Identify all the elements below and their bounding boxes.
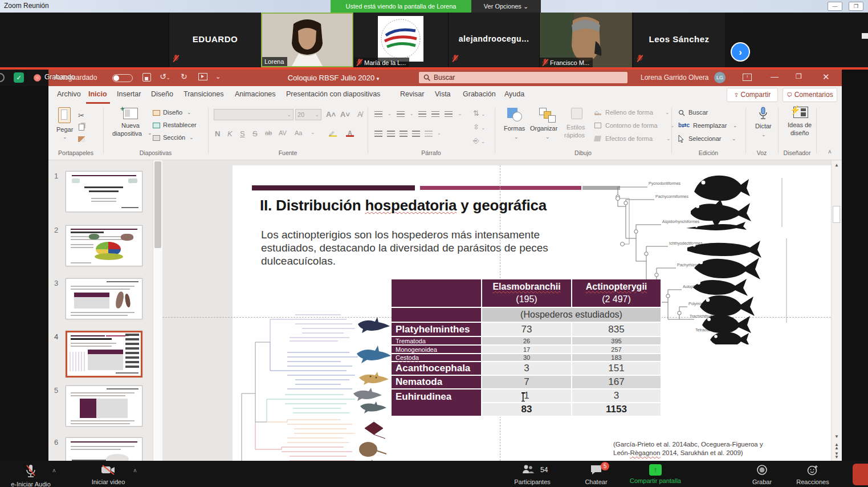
elasmobranch-phylogeny-image[interactable]	[233, 308, 399, 461]
tab-insertar[interactable]: Insertar	[117, 90, 141, 98]
shrink-font-icon[interactable]: A˅	[340, 110, 350, 119]
format-painter-icon[interactable]	[78, 136, 85, 142]
redo-icon[interactable]: ↻	[181, 72, 188, 81]
scroll-up-icon[interactable]: ▲	[833, 163, 841, 168]
share-screen-button[interactable]: ↑ Compartir pantalla	[621, 464, 690, 484]
clear-format-icon[interactable]: A̸	[357, 110, 362, 119]
scrollbar-thumb[interactable]	[833, 206, 840, 223]
thumbnail-scrollbar[interactable]	[153, 160, 162, 461]
strikethrough-icon[interactable]: S	[252, 129, 258, 138]
participant-tile-francisco[interactable]: Francisco M...	[539, 13, 633, 67]
slide-scrollbar[interactable]: ▲ ▼ ▲▲ ▼▼	[831, 160, 842, 461]
tab-transiciones[interactable]: Transiciones	[184, 90, 223, 98]
ppt-restore-button[interactable]: ❐	[796, 72, 802, 80]
slide-thumbnail-4-selected[interactable]	[66, 331, 142, 378]
justify-icon[interactable]	[412, 131, 420, 137]
tab-animaciones[interactable]: Animaciones	[235, 90, 276, 98]
grow-font-icon[interactable]: A˄	[326, 110, 336, 119]
participant-tile-eduardo[interactable]: EDUARDO	[169, 13, 261, 67]
highlight-color-icon[interactable]: 🖉	[329, 131, 337, 137]
scrollbar-thumb[interactable]	[154, 161, 161, 248]
tab-archivo[interactable]: Archivo	[57, 90, 81, 98]
slide-thumbnail-1[interactable]	[66, 171, 142, 212]
tab-revisar[interactable]: Revisar	[400, 90, 424, 98]
bold-icon[interactable]: N	[215, 129, 220, 138]
change-case-icon[interactable]: Aa	[295, 129, 302, 136]
bullets-icon[interactable]	[374, 111, 382, 117]
citation-text[interactable]: (García-Prieto et al. 2014abc, Oceguera-…	[613, 440, 764, 457]
ppt-close-button[interactable]: ✕	[822, 72, 830, 82]
search-box[interactable]: Buscar	[419, 72, 627, 83]
new-slide-button[interactable]: + Nueva diapositiva ⌄	[116, 107, 145, 145]
autosave-toggle[interactable]	[112, 74, 133, 82]
comments-button[interactable]: 🗩 Comentarios	[783, 88, 837, 102]
dictate-button[interactable]: Dictar ⌄	[752, 107, 775, 123]
participant-tile-alejandro[interactable]: alejandroocegu...	[448, 13, 539, 67]
leave-meeting-button[interactable]	[853, 464, 868, 485]
window-maximize-button[interactable]: ❐	[849, 2, 863, 11]
chevron-up-icon[interactable]: ˄	[52, 468, 56, 474]
font-size-combo[interactable]: 20⌄	[295, 109, 321, 120]
underline-icon[interactable]: S	[240, 129, 245, 138]
align-text-icon[interactable]: ⇳ ⌄	[473, 123, 485, 131]
audio-button[interactable]: ˄ e-Iniciar Audio	[0, 464, 62, 487]
security-shield-icon[interactable]: ✓	[14, 72, 24, 83]
qat-customize-icon[interactable]: ⌄	[215, 73, 221, 80]
tab-vista[interactable]: Vista	[435, 90, 451, 98]
tab-diseno[interactable]: Diseño	[151, 90, 173, 98]
save-icon[interactable]	[142, 73, 151, 82]
slide[interactable]: II. Distribución hospedatoria y geográfi…	[233, 165, 831, 461]
share-button[interactable]: ⇪ Compartir	[727, 88, 778, 102]
align-right-icon[interactable]	[400, 131, 407, 137]
reactions-button[interactable]: Reacciones	[788, 464, 838, 485]
slideshow-icon[interactable]	[198, 73, 207, 80]
parasite-table[interactable]: Elasmobranchii(195) Actinopterygii(2 497…	[392, 279, 662, 417]
slide-title[interactable]: II. Distribución hospedatoria y geográfi…	[260, 197, 547, 214]
paste-button[interactable]: Pegar ⌄	[55, 107, 75, 144]
participants-button[interactable]: 54 Participantes	[504, 464, 561, 485]
align-center-icon[interactable]	[387, 131, 395, 137]
view-options-button[interactable]: Ver Opciones ⌄	[471, 0, 541, 13]
font-name-combo[interactable]: ⌄	[214, 109, 294, 120]
next-slide-icon[interactable]: ▼▼	[833, 452, 841, 459]
ppt-minimize-button[interactable]: —	[771, 72, 779, 81]
window-minimize-button[interactable]: —	[828, 2, 842, 11]
ribbon-display-options-icon[interactable]: ↑	[743, 74, 752, 81]
font-color-icon[interactable]: A	[346, 129, 354, 137]
tab-ayuda[interactable]: Ayuda	[504, 90, 524, 98]
participant-tile-lorena[interactable]: Lorena	[261, 13, 353, 67]
cut-icon[interactable]: ✂	[78, 111, 84, 120]
columns-icon[interactable]	[425, 131, 433, 137]
slide-thumbnail-2[interactable]	[66, 225, 142, 266]
slide-body-text[interactable]: Los actinopterigios son los hospederos m…	[261, 228, 551, 267]
next-participants-arrow-button[interactable]: ›	[731, 42, 750, 62]
text-shadow-icon[interactable]: ab	[265, 129, 272, 136]
video-button[interactable]: ˄ Iniciar video	[80, 464, 137, 485]
scroll-down-icon[interactable]: ▼	[833, 434, 841, 439]
document-title[interactable]: Coloquio RBSF Julio 2020 ▾	[265, 70, 402, 86]
chat-button[interactable]: 5 Chatear	[573, 464, 619, 485]
smartart-icon[interactable]: ⎆ ⌄	[473, 136, 485, 145]
tab-inicio[interactable]: Inicio	[88, 90, 107, 98]
chevron-up-icon[interactable]: ˄	[133, 468, 137, 474]
copy-icon[interactable]	[79, 124, 84, 131]
undo-icon[interactable]: ↺⌄	[160, 72, 170, 81]
slide-thumbnail-5[interactable]	[66, 385, 142, 427]
tab-presentacion[interactable]: Presentación con diapositivas	[286, 90, 380, 98]
participant-tile-leos[interactable]: Leos Sánchez	[633, 13, 725, 67]
slide-thumbnail-3[interactable]	[66, 278, 142, 319]
decrease-indent-icon[interactable]	[418, 111, 426, 117]
user-avatar-badge[interactable]: LG	[714, 72, 726, 83]
line-spacing-icon[interactable]	[445, 111, 453, 117]
numbering-icon[interactable]	[397, 111, 405, 117]
record-button[interactable]: Grabar	[739, 464, 785, 485]
tab-grabacion[interactable]: Grabación	[463, 90, 496, 98]
collapse-ribbon-icon[interactable]: ˄	[828, 149, 832, 155]
increase-indent-icon[interactable]	[431, 111, 439, 117]
previous-slide-icon[interactable]: ▲▲	[833, 443, 841, 450]
align-left-icon[interactable]	[374, 131, 382, 137]
italic-icon[interactable]: K	[227, 129, 233, 138]
text-direction-icon[interactable]: ⇅ ⌄	[473, 109, 485, 117]
char-spacing-icon[interactable]: AV	[279, 129, 287, 136]
participant-tile-maria[interactable]: María de la L...	[353, 13, 448, 67]
